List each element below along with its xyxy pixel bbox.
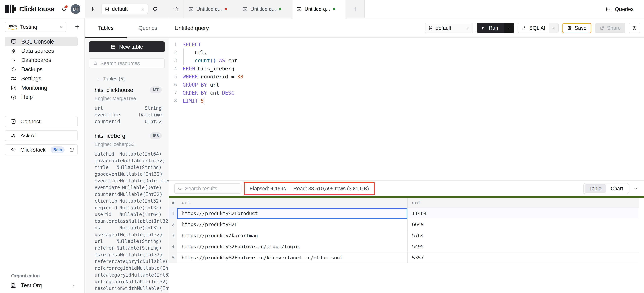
- cell-cnt[interactable]: 6649: [408, 219, 639, 230]
- query-tab-2[interactable]: Untitled q...: [238, 0, 292, 18]
- sidebar-item-dashboards[interactable]: Dashboards: [5, 56, 78, 65]
- sidebar-item-backups[interactable]: Backups: [5, 65, 78, 74]
- cell-url[interactable]: https://produkty%2Fpulove.ru/kiroverlane…: [177, 252, 408, 263]
- sql-editor[interactable]: 1SELECT2 url,3 count() AS cnt4FROM hits_…: [169, 38, 644, 180]
- cell-url[interactable]: https://produkty/kurortmag: [177, 230, 408, 241]
- organization-switcher[interactable]: Test Org: [5, 282, 78, 289]
- top-bar-right: Queries: [365, 0, 644, 18]
- connect-button[interactable]: Connect: [5, 116, 78, 127]
- column-type: Nullable(Date): [122, 185, 162, 190]
- query-history-button[interactable]: [629, 23, 640, 33]
- query-tab-3[interactable]: Untitled q...: [292, 0, 346, 18]
- workspace-selector[interactable]: aws Testing: [5, 22, 66, 32]
- add-service-button[interactable]: [74, 23, 80, 31]
- refresh-button[interactable]: [152, 6, 158, 12]
- table-columns: urlStringeventtimeDateTimecounteridUInt3…: [94, 105, 162, 125]
- result-row-1[interactable]: 1https://produkty%2Fproduct11464: [169, 208, 639, 219]
- new-tab-button[interactable]: [346, 0, 365, 18]
- ask-ai-button[interactable]: Ask AI: [5, 130, 78, 141]
- column-type: Nullable(String): [116, 245, 162, 251]
- home-tab[interactable]: [169, 0, 184, 18]
- database-selector[interactable]: default: [101, 4, 148, 14]
- share-button[interactable]: Share: [595, 23, 625, 33]
- sidebar-item-settings[interactable]: Settings: [5, 74, 78, 83]
- cell-cnt[interactable]: 5495: [408, 241, 639, 252]
- terminal-icon: [242, 7, 248, 12]
- save-label: Save: [575, 25, 586, 31]
- sidebar-item-help[interactable]: Help: [5, 92, 78, 102]
- tables-section-header[interactable]: Tables (5): [96, 76, 169, 82]
- queries-button[interactable]: Queries: [606, 6, 634, 12]
- column-type: Nullable(Int32): [120, 171, 162, 177]
- column-name: eventtime: [94, 178, 120, 184]
- cell-cnt[interactable]: 5764: [408, 230, 639, 241]
- new-table-label: New table: [119, 44, 143, 50]
- search-results[interactable]: [174, 183, 241, 194]
- table-header[interactable]: hits_icebergIS3: [94, 132, 162, 139]
- run-options-button[interactable]: [504, 23, 514, 33]
- tab-tables-label: Tables: [98, 25, 114, 31]
- view-table-button[interactable]: Table: [584, 184, 606, 193]
- result-row-2[interactable]: 2https://produkty%2F6649: [169, 219, 639, 230]
- sql-ai-options-button[interactable]: [549, 23, 558, 33]
- results-more-button[interactable]: [634, 185, 639, 192]
- tab-label: Untitled q...: [196, 6, 222, 12]
- cell-url[interactable]: https://produkty%2Fproduct: [177, 208, 408, 219]
- column-header-index[interactable]: #: [169, 198, 177, 208]
- result-row-3[interactable]: 3https://produkty/kurortmag5764: [169, 230, 639, 241]
- sidebar-item-data-sources[interactable]: Data sources: [5, 46, 78, 56]
- column-type: Nullable(String): [116, 238, 162, 244]
- clickstack-button[interactable]: ClickStackBeta: [5, 144, 78, 155]
- sidebar-item-label: Dashboards: [21, 57, 51, 63]
- sidebar-item-monitoring[interactable]: Monitoring: [5, 83, 78, 92]
- chevron-down-icon: [552, 26, 556, 30]
- column-row: osNullable(Int32): [94, 224, 162, 231]
- sidebar-item-label: Backups: [21, 66, 43, 73]
- view-chart-button[interactable]: Chart: [606, 184, 628, 193]
- line-number: 4: [172, 65, 177, 73]
- ellipsis-icon: [634, 185, 639, 191]
- column-name: eventdate: [94, 185, 120, 190]
- column-header-url[interactable]: url: [177, 198, 408, 208]
- column-row: refererregionidNullable(Int: [94, 265, 162, 271]
- table-entry-hits-clickhouse[interactable]: hits_clickhouseMTEngine: MergeTreeurlStr…: [94, 86, 162, 125]
- run-button[interactable]: Run: [476, 23, 504, 33]
- column-row: refererNullable(String): [94, 245, 162, 251]
- query-title[interactable]: Untitled query: [174, 25, 209, 31]
- avatar[interactable]: DT: [71, 4, 80, 14]
- resources-tabs: Tables Queries: [85, 19, 169, 38]
- editor-database-selector[interactable]: default: [425, 23, 473, 33]
- query-tab-1[interactable]: Untitled q...: [184, 0, 238, 18]
- cell-cnt[interactable]: 5357: [408, 252, 639, 263]
- collapse-sidebar-button[interactable]: [91, 6, 97, 12]
- new-table-button[interactable]: New table: [89, 42, 165, 52]
- column-row: eventtimeNullable(DateTime6: [94, 177, 162, 184]
- play-icon: [481, 26, 486, 31]
- search-resources[interactable]: [89, 58, 165, 68]
- notifications-button[interactable]: [60, 5, 67, 13]
- tables-section-label: Tables (5): [103, 76, 124, 82]
- result-row-4[interactable]: 4https://produkty%2Fpulove.ru/album/logi…: [169, 241, 639, 252]
- sql-ai-button[interactable]: SQL AI: [518, 23, 549, 33]
- sidebar: aws Testing SQL ConsoleData sourcesDashb…: [0, 19, 85, 293]
- tab-queries[interactable]: Queries: [127, 19, 169, 38]
- search-results-input[interactable]: [185, 186, 238, 191]
- search-resources-input[interactable]: [100, 61, 161, 66]
- organization-block: Organization Test Org: [5, 273, 78, 289]
- result-row-5[interactable]: 5https://produkty%2Fpulove.ru/kiroverlan…: [169, 252, 639, 263]
- top-bar: ClickHouse DT default Untitled q...Untit…: [0, 0, 644, 19]
- column-row: regionidNullable(Int32): [94, 204, 162, 211]
- cell-url[interactable]: https://produkty%2F: [177, 219, 408, 230]
- cell-url[interactable]: https://produkty%2Fpulove.ru/album/login: [177, 241, 408, 252]
- column-header-cnt[interactable]: cnt: [408, 200, 639, 205]
- clickhouse-console: ClickHouse DT default Untitled q...Untit…: [0, 0, 644, 293]
- table-engine: Engine: MergeTree: [94, 96, 162, 101]
- cell-cnt[interactable]: 11464: [408, 208, 639, 219]
- table-header[interactable]: hits_clickhouseMT: [94, 86, 162, 93]
- tab-tables[interactable]: Tables: [85, 19, 127, 38]
- sidebar-item-sql-console[interactable]: SQL Console: [5, 37, 78, 46]
- table-grid-icon: [111, 44, 116, 50]
- save-button[interactable]: Save: [562, 23, 592, 33]
- table-entry-hits-iceberg[interactable]: hits_icebergIS3Engine: IcebergS3watchidN…: [94, 132, 162, 293]
- code-line-5: 5WHERE counterid = 38: [172, 73, 644, 81]
